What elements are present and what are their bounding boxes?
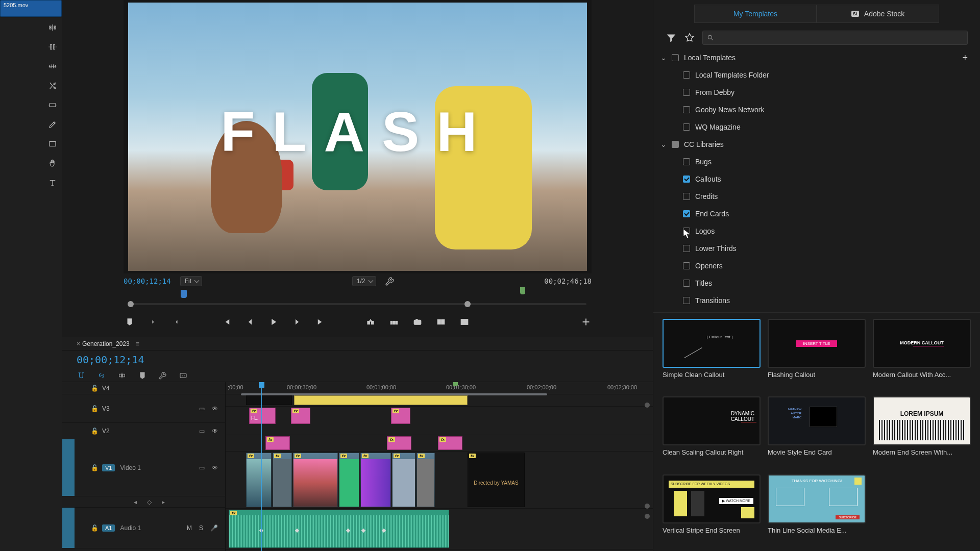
checkbox[interactable] xyxy=(672,141,679,148)
mute-button[interactable]: M xyxy=(187,524,192,532)
template-card[interactable]: MATHEWAUTORMARCMovie Style End Card xyxy=(768,396,866,467)
scrubber-out-marker[interactable] xyxy=(520,287,525,294)
timeline-tc[interactable]: 00;00;12;14 xyxy=(77,354,144,366)
tree-local-templates[interactable]: ⌄Local Templates+ xyxy=(660,50,968,65)
template-card[interactable]: THANKS FOR WATCHING!SUBSCRIBEThin Line S… xyxy=(768,474,866,545)
solo-button[interactable]: S xyxy=(199,524,203,532)
linked-selection-icon[interactable] xyxy=(97,371,106,380)
tree-item[interactable]: Callouts xyxy=(660,171,968,187)
out-point-marker[interactable] xyxy=(453,382,458,386)
clip-mogrt-2[interactable]: fx xyxy=(291,408,310,424)
insert-overwrite-icon[interactable] xyxy=(117,371,127,380)
clip-endcard[interactable]: fxDirected by YAMAS xyxy=(468,453,525,507)
button-editor-plus[interactable] xyxy=(580,316,592,328)
tab-adobe-stock[interactable]: StAdobe Stock xyxy=(817,5,939,23)
lock-icon[interactable]: 🔓 xyxy=(91,524,99,532)
next-key-icon[interactable]: ▸ xyxy=(162,498,165,506)
template-card[interactable]: [ Callout Text ]Simple Clean Callout xyxy=(663,319,761,389)
close-sequence-icon[interactable]: × xyxy=(77,340,80,347)
clip-video[interactable]: fx xyxy=(416,453,435,507)
tool-type[interactable] xyxy=(45,176,60,190)
clip-black[interactable] xyxy=(246,395,292,405)
checkbox[interactable] xyxy=(683,262,690,269)
sequence-menu-icon[interactable]: ≡ xyxy=(136,340,138,347)
tool-rate-stretch[interactable] xyxy=(45,59,60,73)
tree-item[interactable]: Transitions xyxy=(660,293,968,308)
scrubber-playhead-icon[interactable] xyxy=(181,290,187,298)
clip-video[interactable]: fx xyxy=(293,453,338,507)
tree-item[interactable]: Openers xyxy=(660,258,968,273)
lock-icon[interactable]: 🔓 xyxy=(91,405,99,412)
tool-hand[interactable] xyxy=(45,156,60,170)
mark-out-button[interactable] xyxy=(170,316,183,328)
comparison-view-button[interactable] xyxy=(435,316,447,328)
caption-track-icon[interactable] xyxy=(179,371,188,380)
template-card[interactable]: INSERT TITLEFlashing Callout xyxy=(768,319,866,389)
track-header-v2[interactable]: 🔓V2▭👁 xyxy=(62,423,225,439)
resolution-dropdown[interactable]: 1/2 xyxy=(352,276,376,286)
export-frame-button[interactable] xyxy=(411,316,424,328)
prev-key-icon[interactable]: ◂ xyxy=(134,498,137,506)
program-monitor[interactable]: FLASH xyxy=(124,0,592,273)
tree-item[interactable]: Logos xyxy=(660,223,968,239)
sequence-name[interactable]: Generation_2023 xyxy=(82,340,130,347)
checkbox[interactable] xyxy=(683,245,690,252)
checkbox[interactable] xyxy=(683,193,690,200)
track-header-v4[interactable]: 🔓V4 xyxy=(62,382,225,394)
add-marker-icon[interactable] xyxy=(138,371,147,380)
track-header-v3[interactable]: 🔓V3▭👁 xyxy=(62,394,225,423)
checkbox[interactable] xyxy=(683,89,690,96)
program-scrubber[interactable] xyxy=(125,292,591,310)
checkbox[interactable] xyxy=(683,176,690,183)
checkbox[interactable] xyxy=(683,158,690,165)
tool-slip[interactable] xyxy=(45,98,60,112)
track-header-a1[interactable]: 🔓 A1 Audio 1 MS🎤 xyxy=(62,508,225,548)
lock-icon[interactable]: 🔓 xyxy=(91,385,99,392)
program-tc-in[interactable]: 00;00;12;14 xyxy=(124,277,171,285)
template-card[interactable]: LOREM IPSUMModern End Screen With... xyxy=(873,396,971,467)
add-marker-button[interactable] xyxy=(124,316,136,328)
lift-button[interactable] xyxy=(364,316,377,328)
tab-my-templates[interactable]: My Templates xyxy=(694,5,817,23)
clip-v2-3[interactable]: fx xyxy=(438,436,462,450)
step-back-button[interactable] xyxy=(244,316,256,328)
checkbox[interactable] xyxy=(683,210,690,217)
zoom-handle-right[interactable] xyxy=(464,301,471,307)
clip-adjustment[interactable] xyxy=(294,395,468,405)
clip-mogrt-3[interactable]: fx xyxy=(391,408,410,424)
mark-in-button[interactable] xyxy=(147,316,159,328)
tool-razor[interactable] xyxy=(45,79,60,93)
timeline-settings-icon[interactable] xyxy=(158,371,167,380)
vscroll-thumb[interactable] xyxy=(645,504,650,509)
toggle-track-output-icon[interactable]: ▭ xyxy=(199,428,205,435)
tree-cc-libraries[interactable]: ⌄CC Libraries xyxy=(660,137,968,152)
tool-rolling-edit[interactable] xyxy=(45,40,60,54)
toggle-track-output-icon[interactable]: ▭ xyxy=(199,464,205,471)
template-card[interactable]: DYNAMIC CALLOUTClean Scaling Callout Rig… xyxy=(663,396,761,467)
step-fwd-button[interactable] xyxy=(291,316,303,328)
bin-clip[interactable]: 5205.mov xyxy=(0,0,62,17)
clip-video[interactable]: fx xyxy=(392,453,415,507)
tool-ripple-edit[interactable] xyxy=(45,20,60,35)
checkbox[interactable] xyxy=(683,123,690,131)
tree-item[interactable]: WQ Magazine xyxy=(660,119,968,135)
tree-item[interactable]: Bugs xyxy=(660,154,968,169)
search-input[interactable] xyxy=(702,31,968,45)
zoom-dropdown[interactable]: Fit xyxy=(180,276,202,286)
add-folder-button[interactable]: + xyxy=(962,53,968,63)
tree-item[interactable]: Lower Thirds xyxy=(660,241,968,256)
eye-icon[interactable]: 👁 xyxy=(212,405,218,412)
voiceover-icon[interactable]: 🎤 xyxy=(210,524,218,532)
toggle-track-output-icon[interactable]: ▭ xyxy=(199,405,205,412)
playhead[interactable] xyxy=(261,382,262,551)
eye-icon[interactable]: 👁 xyxy=(212,428,218,435)
checkbox[interactable] xyxy=(683,106,690,113)
template-card[interactable]: MODERN CALLOUTModern Callout With Acc... xyxy=(873,319,971,389)
chevron-down-icon[interactable]: ⌄ xyxy=(660,54,667,62)
vscroll-thumb[interactable] xyxy=(645,403,650,408)
clip-video[interactable]: fx xyxy=(246,453,272,507)
track-keyframe-nav[interactable]: ◂◇▸ xyxy=(62,496,225,508)
favorites-star-icon[interactable] xyxy=(684,32,695,43)
clip-mogrt-1[interactable]: fxFL. xyxy=(249,408,276,424)
extract-button[interactable] xyxy=(388,316,400,328)
